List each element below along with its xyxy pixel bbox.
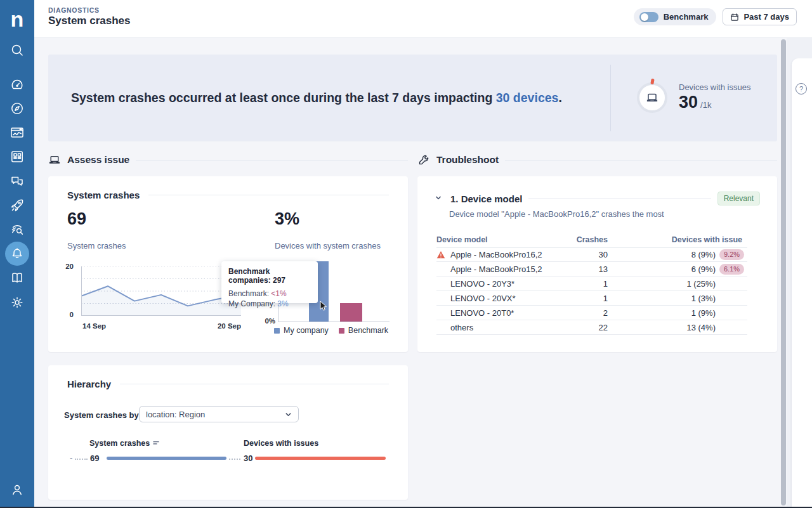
hierarchy-card: Hierarchy System crashes by location: Re… xyxy=(48,365,408,500)
hierarchy-col-devices[interactable]: Devices with issues xyxy=(244,439,318,448)
table-row[interactable]: Apple - MacBookPro15,2136 (9%)6.1% xyxy=(436,262,747,277)
warning-icon xyxy=(436,251,445,259)
assess-section-header: Assess issue xyxy=(48,153,408,166)
hierarchy-group-value: - xyxy=(70,453,72,462)
device-model-cell: others xyxy=(450,323,571,332)
app-grid-icon[interactable] xyxy=(10,149,25,164)
crash-count-label: System crashes xyxy=(67,241,126,251)
legend-swatch-maroon xyxy=(339,328,344,334)
dotted-leader xyxy=(229,459,240,460)
card-title-divider xyxy=(148,195,389,195)
toggle-track[interactable] xyxy=(639,12,658,22)
col-header-crashes[interactable]: Crashes xyxy=(571,235,608,244)
benchmark-pct-cell: 9.2% xyxy=(716,249,747,260)
laptop-icon xyxy=(645,90,660,105)
table-row[interactable]: Apple - MacBookPro16,2308 (9%)9.2% xyxy=(436,247,747,262)
laptop-icon xyxy=(48,153,61,166)
main-content: System crashes occurred at least once du… xyxy=(34,38,812,508)
benchmark-toggle[interactable]: Benchmark xyxy=(634,8,717,25)
table-row[interactable]: LENOVO - 20T0*21 (9%) xyxy=(436,306,747,320)
kpi-value: 30 xyxy=(679,93,698,112)
table-row[interactable]: LENOVO - 20VX*11 (3%) xyxy=(436,291,747,306)
devices-with-issue-cell: 1 (3%) xyxy=(608,294,716,303)
benchmark-pct-badge: 6.1% xyxy=(719,264,744,275)
summary-message: System crashes occurred at least once du… xyxy=(71,55,604,141)
benchmark-tooltip: Benchmark companies: 297 Benchmark: <1% … xyxy=(221,261,318,303)
crashes-cell: 2 xyxy=(571,308,608,318)
benchmark-pct-badge: 9.2% xyxy=(719,249,744,260)
date-range-label: Past 7 days xyxy=(743,12,789,22)
tooltip-benchmark-row: Benchmark: <1% xyxy=(228,289,311,299)
vertical-scrollbar[interactable] xyxy=(781,39,786,505)
device-model-cell: Apple - MacBookPro15,2 xyxy=(450,264,571,274)
chart-legend: My company Benchmark xyxy=(274,326,388,335)
devices-kpi-icon xyxy=(637,82,667,113)
devices-bar[interactable] xyxy=(255,457,386,460)
crash-count-value: 69 xyxy=(67,209,86,229)
collapse-chevron-icon[interactable] xyxy=(435,193,442,204)
summary-banner: System crashes occurred at least once du… xyxy=(48,55,777,141)
group-by-label: System crashes by xyxy=(64,410,139,420)
wrench-icon xyxy=(417,153,430,166)
date-range-button[interactable]: Past 7 days xyxy=(723,8,797,25)
section-title: Assess issue xyxy=(67,154,129,166)
top-controls: Benchmark Past 7 days xyxy=(634,8,797,25)
finding-title: 1. Device model xyxy=(450,193,522,204)
crashes-cell: 1 xyxy=(571,294,608,303)
legend-label: My company xyxy=(284,326,329,335)
sort-icon xyxy=(153,440,160,446)
sidebar: n xyxy=(0,0,34,508)
device-model-cell: Apple - MacBookPro16,2 xyxy=(450,250,571,259)
finding-divider xyxy=(528,199,710,199)
device-model-table: Device model Crashes Devices with issue … xyxy=(436,232,747,335)
devices-with-issue-cell: 1 (9%) xyxy=(608,308,716,318)
calendar-icon xyxy=(730,13,739,22)
col-header-device-model[interactable]: Device model xyxy=(436,235,571,244)
y-axis-tick-min: 0 xyxy=(58,311,74,318)
device-model-card: 1. Device model Relevant Device model "A… xyxy=(417,176,777,352)
book-icon[interactable] xyxy=(10,270,25,285)
hierarchy-devices-value: 30 xyxy=(244,453,252,463)
section-title: Troubleshoot xyxy=(436,154,499,166)
group-by-dropdown[interactable]: location: Region xyxy=(139,406,299,422)
benchmark-toggle-label: Benchmark xyxy=(664,12,709,22)
nexthink-logo[interactable]: n xyxy=(0,0,34,38)
impacted-devices-link[interactable]: 30 devices xyxy=(496,91,559,105)
compass-icon[interactable] xyxy=(10,101,25,116)
toggle-knob[interactable] xyxy=(641,13,648,21)
gauge-icon[interactable] xyxy=(10,77,25,92)
dotted-leader xyxy=(75,459,88,460)
search-icon[interactable] xyxy=(10,42,25,58)
user-icon[interactable] xyxy=(10,482,25,497)
system-crashes-card: System crashes 69 System crashes 3% Devi… xyxy=(48,176,408,352)
col-header-devices-with-issue[interactable]: Devices with issue xyxy=(608,235,747,244)
group-by-value: location: Region xyxy=(146,410,205,419)
tooltip-title: Benchmark companies: 297 xyxy=(228,267,311,285)
relevant-badge[interactable]: Relevant xyxy=(717,192,760,205)
chat-icon[interactable] xyxy=(10,174,25,189)
crash-trend-chart[interactable] xyxy=(81,266,241,316)
benchmark-bar[interactable] xyxy=(340,303,362,322)
crashes-cell: 1 xyxy=(571,279,608,289)
fingerprint-search-icon[interactable] xyxy=(10,222,25,237)
gear-icon[interactable] xyxy=(10,295,25,310)
help-icon[interactable]: ? xyxy=(796,83,807,94)
legend-item-my-company: My company xyxy=(274,326,329,335)
crashes-bar[interactable] xyxy=(107,457,226,460)
devices-with-issue-cell: 1 (25%) xyxy=(608,279,716,289)
hierarchy-col-crashes[interactable]: System crashes xyxy=(89,439,160,448)
summary-text: System crashes occurred at least once du… xyxy=(71,91,496,105)
table-row[interactable]: LENOVO - 20Y3*11 (25%) xyxy=(436,277,747,291)
bar-chart-baseline xyxy=(278,322,390,322)
table-row[interactable]: others2213 (4%) xyxy=(436,320,747,335)
devices-with-issue-cell: 6 (9%) xyxy=(608,264,716,274)
troubleshoot-section-header: Troubleshoot xyxy=(417,153,777,166)
topbar: DIAGNOSTICS System crashes Benchmark Pas… xyxy=(34,0,812,38)
device-model-cell: LENOVO - 20VX* xyxy=(450,294,571,303)
window-chart-icon[interactable] xyxy=(10,125,25,140)
device-model-cell: LENOVO - 20T0* xyxy=(450,308,571,318)
bell-icon-active[interactable] xyxy=(5,242,29,266)
y-axis-tick-max: 20 xyxy=(58,263,74,270)
chevron-down-icon xyxy=(285,411,292,418)
rocket-icon[interactable] xyxy=(10,198,25,213)
